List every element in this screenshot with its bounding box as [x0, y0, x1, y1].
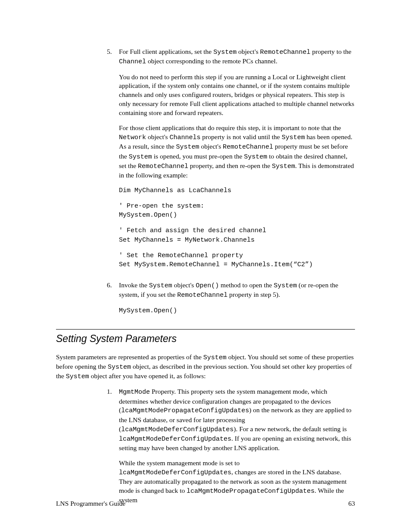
code-inline: System: [244, 153, 267, 161]
text: object after you have opened it, as foll…: [89, 372, 206, 380]
code-block: ' Pre-open the system: MySystem.Open(): [119, 202, 355, 221]
code-inline: RemoteChannel: [260, 49, 311, 56]
paragraph: While the system management mode is set …: [119, 459, 355, 505]
text: property is not valid until the: [200, 133, 281, 140]
text: For Full client applications, set the: [119, 48, 213, 55]
list-body: MgmtMode Property. This property sets th…: [119, 387, 355, 511]
footer-title: LNS Programmer's Guide: [56, 499, 125, 508]
code-inline: Channels: [169, 134, 200, 141]
code-inline: lcaMgmtModeDeferConfigUpdates: [119, 469, 231, 476]
ordered-list-continuation: 5. For Full client applications, set the…: [107, 47, 355, 321]
code-inline: System: [176, 143, 199, 151]
code-inline: RemoteChannel: [177, 292, 227, 299]
code-inline: System: [272, 163, 295, 170]
code-inline: lcaMgmtModePropagateConfigUpdates: [187, 488, 314, 495]
text: property to the: [311, 48, 352, 55]
text: object's: [146, 133, 169, 140]
text: property, and then re-open the: [188, 162, 272, 169]
code-block: MySystem.Open(): [119, 306, 355, 316]
paragraph: For those client applications that do re…: [119, 124, 355, 180]
text: property in step 5).: [227, 291, 280, 298]
code-inline: System: [274, 282, 297, 289]
code-inline: System: [213, 49, 237, 56]
list-item-1: 1. MgmtMode Property. This property sets…: [107, 387, 355, 511]
code-inline: Channel: [119, 58, 146, 65]
code-inline: Network: [119, 134, 146, 141]
code-block: Dim MyChannels as LcaChannels: [119, 186, 355, 196]
list-item-6: 6. Invoke the System object's Open() met…: [107, 281, 355, 321]
text: For those client applications that do re…: [119, 124, 341, 131]
section-divider: [56, 329, 355, 330]
text: object's: [172, 281, 196, 289]
code-inline: System: [129, 153, 152, 161]
text: is opened, you must pre-open the: [152, 152, 244, 160]
paragraph: For Full client applications, set the Sy…: [119, 47, 355, 67]
text: object corresponding to the remote PCs c…: [146, 57, 277, 65]
code-block: ' Fetch and assign the desired channel S…: [119, 226, 355, 245]
paragraph: You do not need to perform this step if …: [119, 73, 355, 118]
page-footer: LNS Programmer's Guide 63: [56, 499, 355, 508]
code-inline: RemoteChannel: [223, 143, 273, 151]
text: ). For a new network, the default settin…: [234, 425, 347, 432]
code-inline: System: [108, 364, 131, 371]
ordered-sublist: 1. MgmtMode Property. This property sets…: [107, 387, 355, 511]
code-inline: lcaMgmtModeDeferConfigUpdates: [119, 436, 231, 443]
paragraph: Invoke the System object's Open() method…: [119, 281, 355, 300]
text: method to open the: [219, 281, 274, 289]
list-body: Invoke the System object's Open() method…: [119, 281, 355, 321]
code-inline: RemoteChannel: [138, 163, 188, 170]
list-number: 6.: [107, 281, 119, 321]
text: object's: [237, 48, 260, 55]
code-inline: System: [66, 373, 89, 380]
list-number: 5.: [107, 47, 119, 276]
code-inline: MgmtMode: [119, 389, 150, 396]
list-number: 1.: [107, 387, 119, 511]
paragraph: MgmtMode Property. This property sets th…: [119, 387, 355, 453]
code-inline: System: [282, 134, 305, 141]
text: Invoke the: [119, 281, 149, 289]
code-inline: System: [149, 282, 172, 289]
text: System parameters are represented as pro…: [56, 353, 203, 361]
code-inline: lcaMgmtModeDeferConfigUpdates: [121, 426, 234, 433]
code-inline: lcaMgmtModePropagateConfigUpdates: [121, 407, 249, 414]
code-block: ' Set the RemoteChannel property Set MyS…: [119, 251, 355, 270]
document-page: 5. For Full client applications, set the…: [0, 0, 411, 532]
list-body: For Full client applications, set the Sy…: [119, 47, 355, 276]
code-inline: Open(): [196, 282, 219, 289]
page-number: 63: [349, 499, 355, 508]
paragraph: System parameters are represented as pro…: [56, 353, 355, 382]
code-inline: System: [203, 354, 227, 361]
text: object's: [199, 143, 223, 150]
list-item-5: 5. For Full client applications, set the…: [107, 47, 355, 276]
section-heading: Setting System Parameters: [56, 332, 355, 345]
text: While the system management mode is set …: [119, 459, 240, 467]
